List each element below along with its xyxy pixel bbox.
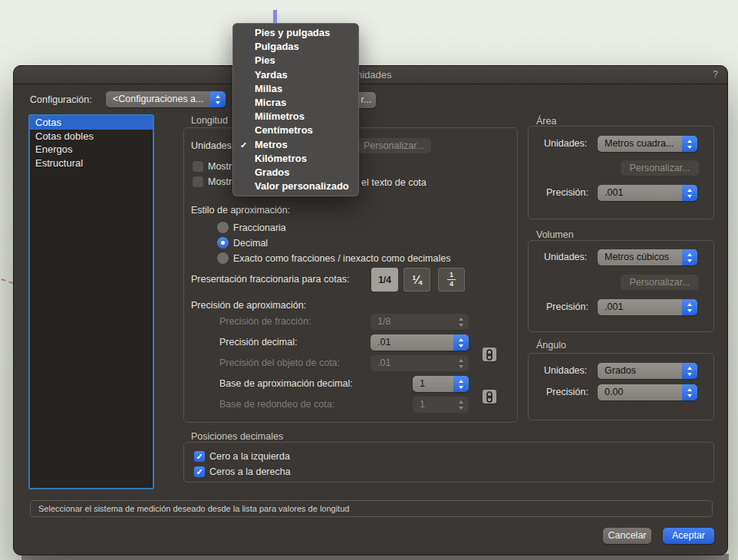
rounding-base-select[interactable]: 1	[413, 376, 469, 392]
chain-link-icon	[485, 391, 494, 403]
stepper-icon	[682, 384, 697, 400]
menu-item-valor-personalizado[interactable]: Valor personalizado	[233, 180, 358, 193]
volume-precision-label: Precisión:	[546, 301, 588, 312]
rounding-precision-label: Precisión de aproximación:	[191, 300, 306, 311]
precision-fraction-select[interactable]: 1/8	[371, 314, 469, 330]
stepper-icon	[453, 334, 469, 351]
radio-decimal-label: Decimal	[233, 238, 268, 249]
menu-item-pies[interactable]: Pies	[233, 54, 358, 68]
angle-precision-label: Precisión:	[546, 387, 588, 397]
menu-anchor-tick	[273, 10, 277, 23]
stepper-icon	[682, 249, 697, 265]
config-select[interactable]: <Configuraciones a...	[106, 91, 226, 107]
precision-fraction-label: Precisión de fracción:	[219, 316, 311, 327]
menu-item-yardas[interactable]: Yardas	[233, 68, 358, 82]
stepper-icon	[453, 355, 469, 371]
length-show-checkbox-1[interactable]	[193, 161, 203, 172]
checkbox-leading-zero[interactable]: ✓	[194, 451, 205, 462]
angle-units-label: Unidades:	[544, 365, 587, 376]
volume-units-label: Unidades:	[544, 252, 587, 262]
status-text: Seleccionar el sistema de medición desea…	[38, 504, 349, 513]
stepper-icon	[453, 376, 469, 392]
menu-item-grados[interactable]: Grados	[233, 166, 358, 180]
menu-item-centimetros[interactable]: Centímetros	[233, 124, 358, 137]
radio-exacto-label: Exacto como fracciones / inexacto como d…	[233, 253, 450, 264]
volume-units-select[interactable]: Metros cúbicos	[598, 249, 697, 265]
list-item-cotas[interactable]: Cotas	[30, 116, 153, 130]
menu-item-micras[interactable]: Micras	[233, 96, 358, 110]
chain-link-icon	[485, 349, 494, 361]
stepper-icon	[682, 299, 697, 315]
dialog-title: Unidades	[14, 69, 727, 81]
area-units-label: Unidades:	[544, 138, 587, 149]
desktop: Unidades ? Configuración: <Configuracion…	[0, 0, 738, 560]
area-precision-select[interactable]: .001	[598, 185, 697, 201]
precision-decimal-select[interactable]: .01	[371, 334, 469, 351]
menu-item-millas[interactable]: Millas	[233, 82, 358, 96]
link-base-button[interactable]	[483, 390, 496, 404]
menu-item-pulgadas[interactable]: Pulgadas	[233, 40, 358, 54]
checkbox-leading-zero-label: Cero a la izquierda	[209, 451, 290, 462]
stepper-icon	[453, 397, 469, 413]
rounding-base-label: Base de aproximación decimal:	[219, 378, 353, 389]
rounding-style-label: Estilo de aproximación:	[191, 205, 290, 216]
group-angle-label: Ángulo	[536, 340, 566, 351]
menu-item-kilometros[interactable]: Kilómetros	[233, 152, 358, 166]
menu-item-pies-y-pulgadas[interactable]: Pies y pulgadas	[233, 26, 358, 40]
units-dialog: Unidades ? Configuración: <Configuracion…	[13, 65, 728, 555]
menu-item-milimetros[interactable]: Milímetros	[233, 110, 358, 124]
radio-decimal[interactable]	[217, 237, 229, 249]
angle-units-select[interactable]: Grados	[598, 363, 697, 379]
volume-precision-select[interactable]: .001	[598, 299, 697, 315]
length-customize-button[interactable]: Personalizar...	[357, 138, 431, 153]
stepper-icon	[682, 136, 697, 152]
list-item-cotas-dobles[interactable]: Cotas dobles	[30, 130, 153, 143]
precision-dim-object-select[interactable]: .01	[371, 355, 469, 371]
angle-precision-select[interactable]: 0.00	[598, 384, 697, 400]
link-precision-button[interactable]	[483, 348, 496, 361]
radio-fraccionaria-label: Fraccionaria	[233, 222, 286, 233]
area-precision-label: Precisión:	[546, 187, 588, 198]
length-show-label-2-tail: el texto de cota	[361, 177, 427, 188]
menu-check-icon: ✓	[240, 138, 247, 152]
precision-decimal-label: Precisión decimal:	[219, 337, 297, 348]
stepper-icon	[682, 185, 697, 201]
area-customize-button[interactable]: Personalizar...	[621, 160, 699, 176]
group-volume-label: Volumen	[536, 229, 574, 240]
group-area-label: Área	[536, 116, 556, 127]
radio-fraccionaria[interactable]	[217, 222, 229, 233]
menu-item-metros[interactable]: ✓ Metros	[233, 138, 358, 152]
radio-exacto[interactable]	[217, 252, 229, 264]
precision-dim-object-label: Precisión del objeto de cota:	[219, 357, 340, 368]
dim-rounding-base-select[interactable]: 1	[413, 397, 469, 413]
checkbox-trailing-zeros-label: Ceros a la derecha	[209, 466, 291, 477]
stepper-icon	[453, 314, 469, 330]
length-units-label: Unidades:	[191, 140, 234, 151]
group-decimal-places-label: Posiciones decimales	[191, 431, 283, 442]
checkbox-trailing-zeros[interactable]: ✓	[194, 466, 205, 477]
stepper-icon	[682, 363, 697, 379]
fraction-display-label: Presentación fraccionaria para cotas:	[191, 274, 349, 285]
status-bar: Seleccionar el sistema de medición desea…	[30, 500, 713, 517]
list-item-energos[interactable]: Energos	[30, 143, 153, 156]
settings-list: Cotas Cotas dobles Energos Estructural	[28, 114, 154, 489]
fraction-style-horizontal-button[interactable]: 1/4	[371, 268, 398, 292]
clipped-button[interactable]: r...	[357, 92, 376, 108]
length-show-checkbox-2[interactable]	[193, 176, 203, 187]
area-units-select[interactable]: Metros cuadra...	[598, 136, 697, 152]
dim-rounding-base-label: Base de redondeo de cota:	[219, 399, 334, 410]
fraction-style-diagonal-button[interactable]: ¼	[404, 268, 430, 292]
volume-customize-button[interactable]: Personalizar...	[621, 275, 699, 290]
fraction-style-stacked-button[interactable]: 14	[438, 268, 465, 292]
units-menu: Pies y pulgadas Pulgadas Pies Yardas Mil…	[232, 23, 359, 196]
config-label: Configuración:	[30, 94, 92, 105]
stepper-icon	[210, 91, 226, 107]
dialog-titlebar: Unidades ?	[14, 66, 727, 84]
cancel-button[interactable]: Cancelar	[603, 528, 651, 544]
group-longitud-label: Longitud	[191, 115, 228, 126]
list-item-estructural[interactable]: Estructural	[30, 156, 153, 170]
help-icon[interactable]: ?	[713, 69, 718, 80]
ok-button[interactable]: Aceptar	[663, 528, 714, 544]
